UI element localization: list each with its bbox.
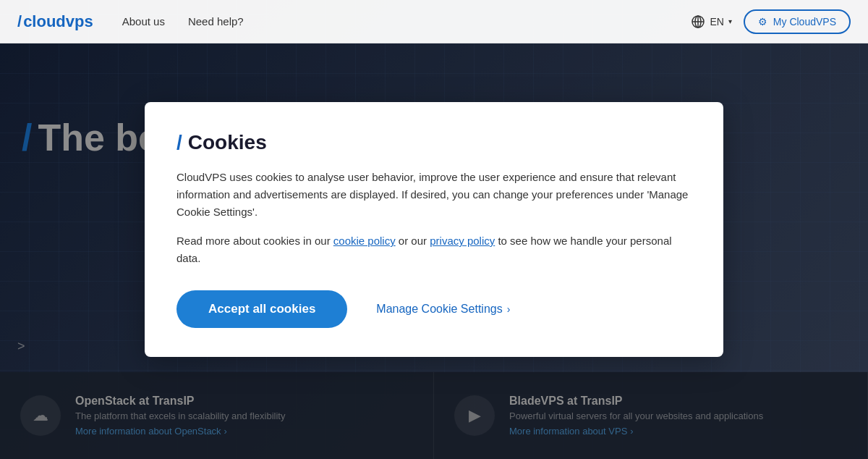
privacy-policy-link[interactable]: privacy policy bbox=[430, 235, 495, 247]
cookie-title: Cookies bbox=[188, 131, 267, 154]
manage-cookie-settings-link[interactable]: Manage Cookie Settings › bbox=[376, 303, 510, 316]
nav-right: EN ▾ ⚙ My CloudVPS bbox=[691, 9, 851, 34]
cookie-policy-link[interactable]: cookie policy bbox=[333, 235, 396, 247]
cookie-link-row: Read more about cookies in our cookie po… bbox=[176, 232, 692, 267]
logo[interactable]: / cloudvps bbox=[17, 12, 93, 31]
nav-links: About us Need help? bbox=[122, 15, 692, 28]
logo-slash: / bbox=[17, 12, 22, 31]
cookie-slash-icon: / bbox=[176, 132, 182, 153]
cookie-actions: Accept all cookies Manage Cookie Setting… bbox=[176, 290, 692, 328]
logo-vps: vps bbox=[66, 12, 93, 30]
logo-cloud: cloud bbox=[23, 12, 66, 30]
cookie-modal: / Cookies CloudVPS uses cookies to analy… bbox=[145, 102, 723, 357]
cookie-description: CloudVPS uses cookies to analyse user be… bbox=[176, 169, 692, 221]
lang-label: EN bbox=[710, 16, 723, 28]
cookie-link-before: Read more about cookies in our bbox=[176, 235, 333, 247]
manage-cookie-label: Manage Cookie Settings bbox=[376, 303, 502, 316]
my-cloudvps-button[interactable]: ⚙ My CloudVPS bbox=[744, 9, 851, 34]
navbar: / cloudvps About us Need help? EN ▾ ⚙ My… bbox=[0, 0, 868, 43]
my-cloudvps-label: My CloudVPS bbox=[773, 16, 836, 28]
cookie-link-middle: or our bbox=[396, 235, 430, 247]
about-link[interactable]: About us bbox=[122, 15, 165, 28]
help-link[interactable]: Need help? bbox=[188, 15, 244, 28]
lang-chevron-icon: ▾ bbox=[728, 17, 732, 25]
manage-chevron-icon: › bbox=[507, 303, 511, 315]
logo-text: cloudvps bbox=[23, 12, 93, 31]
accept-all-cookies-button[interactable]: Accept all cookies bbox=[176, 290, 347, 328]
globe-icon bbox=[691, 14, 705, 29]
language-selector[interactable]: EN ▾ bbox=[691, 14, 731, 29]
cookie-title-row: / Cookies bbox=[176, 131, 692, 154]
gear-icon: ⚙ bbox=[758, 16, 767, 28]
